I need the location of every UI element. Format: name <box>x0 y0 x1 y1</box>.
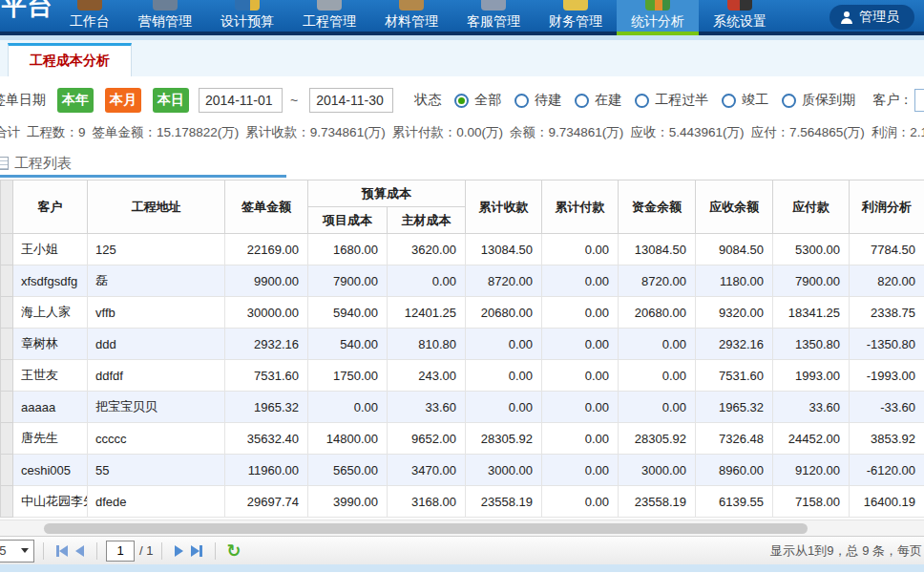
cell: 14800.00 <box>308 423 388 455</box>
quick-range-button-2[interactable]: 本月 <box>105 88 141 113</box>
status-option-label: 在建 <box>595 92 621 109</box>
scrollbar-thumb[interactable] <box>44 523 808 534</box>
cell: 0.00 <box>466 392 542 423</box>
summary-item-label: 累计收款 <box>245 125 310 139</box>
status-radio-option[interactable]: 在建 <box>575 92 621 109</box>
table-row[interactable]: ceshi0055511960.005650.003470.003000.000… <box>1 455 924 486</box>
list-icon <box>0 157 9 170</box>
nav-item-marketing[interactable]: 营销管理 <box>124 0 206 35</box>
table-row[interactable]: aaaaa把宝宝贝贝1965.320.0033.600.000.000.0019… <box>1 392 924 423</box>
page-size-select[interactable]: 15 <box>0 540 34 562</box>
first-page-button[interactable] <box>56 545 68 557</box>
cell: aaaaa <box>13 392 88 423</box>
nav-item-design-budget[interactable]: 设计预算 <box>206 0 288 35</box>
nav-item-customer-service[interactable]: 客服管理 <box>452 0 535 35</box>
last-page-button[interactable] <box>191 545 202 557</box>
cell: 28305.92 <box>466 423 542 455</box>
nav-item-label: 工程管理 <box>303 13 356 31</box>
column-header: 应收余额 <box>696 180 773 234</box>
cell: 3990.00 <box>308 486 388 518</box>
divider <box>96 542 97 560</box>
nav-item-project-management[interactable]: 工程管理 <box>288 0 370 35</box>
row-spacer <box>1 297 13 329</box>
section-underline <box>0 175 286 178</box>
cell: 9900.00 <box>225 265 308 297</box>
nav-item-materials[interactable]: 材料管理 <box>370 0 452 35</box>
table-row[interactable]: 王世友ddfdf7531.601750.00243.000.000.000.00… <box>1 360 924 392</box>
top-nav: 平台 工作台营销管理设计预算工程管理材料管理客服管理财务管理统计分析系统设置 管… <box>0 0 924 35</box>
horizontal-scrollbar[interactable] <box>0 520 924 536</box>
divider <box>215 542 216 560</box>
pagination-bar: 15 / 1 ↻ 显示从1到9，总 9 条，每页 <box>0 536 924 564</box>
column-header: 资金余额 <box>619 180 696 234</box>
table-row[interactable]: 中山花园李先dfede29697.743990.003168.0023558.1… <box>1 486 924 518</box>
cell: 5300.00 <box>773 234 850 265</box>
status-radio-option[interactable]: 工程过半 <box>635 92 708 109</box>
pagination-info: 显示从1到9，总 9 条，每页 <box>770 542 922 560</box>
logo-text: 平台 <box>2 0 53 23</box>
cell: dfede <box>88 486 225 518</box>
summary-item-label: 应付 <box>751 125 790 139</box>
quick-range-button-1[interactable]: 本年 <box>57 88 94 113</box>
date-from-input[interactable] <box>199 88 283 113</box>
table-row[interactable]: 章树林ddd2932.16540.00810.800.000.000.00293… <box>1 329 924 360</box>
summary-item-value: 5.443961(万) <box>669 125 745 139</box>
table-row[interactable]: 王小姐12522169.001680.003620.0013084.500.00… <box>1 234 924 265</box>
last-page-icon <box>200 545 202 557</box>
cell: 11960.00 <box>225 455 308 486</box>
nav-item-finance[interactable]: 财务管理 <box>535 0 617 35</box>
row-spacer <box>1 234 13 265</box>
cell: 29697.74 <box>225 486 308 518</box>
prev-page-button[interactable] <box>75 545 84 557</box>
summary-bar: 合计工程数9签单金额15.178822(万)累计收款9.734861(万)累计付… <box>0 124 924 141</box>
page-number-input[interactable] <box>106 541 135 562</box>
tab-project-list[interactable]: 工程列表 <box>0 150 924 177</box>
nav-item-statistics[interactable]: 统计分析 <box>617 0 699 35</box>
date-filter-label: 签单日期 <box>0 92 46 109</box>
tab-project-cost-analysis[interactable]: 工程成本分析 <box>8 43 132 76</box>
next-page-button[interactable] <box>175 545 183 557</box>
cell: 0.00 <box>388 265 466 297</box>
table-row[interactable]: xfsdfgsdfg磊9900.007900.000.008720.000.00… <box>1 265 924 297</box>
refresh-icon[interactable]: ↻ <box>226 542 241 560</box>
cell: 18341.25 <box>773 297 850 329</box>
customer-filter-label: 客户： <box>872 92 913 109</box>
status-radio-option[interactable]: 质保到期 <box>782 92 855 109</box>
customer-input[interactable] <box>914 89 924 112</box>
section-title: 工程列表 <box>14 155 72 173</box>
cell: 8720.00 <box>466 265 542 297</box>
cell: ceshi005 <box>13 455 88 486</box>
table-row[interactable]: 海上人家vffb30000.005940.0012401.2520680.000… <box>1 297 924 329</box>
cell: 把宝宝贝贝 <box>88 392 225 423</box>
status-radio-option[interactable]: 竣工 <box>722 92 768 109</box>
status-option-label: 全部 <box>474 92 501 109</box>
cell: vffb <box>88 297 225 329</box>
column-header: 工程地址 <box>88 180 225 234</box>
cell: 22169.00 <box>225 234 308 265</box>
nav-item-label: 设计预算 <box>220 13 274 31</box>
customer-service-icon <box>481 0 506 11</box>
cell: 24452.00 <box>773 423 850 455</box>
nav-item-label: 工作台 <box>70 13 110 31</box>
first-page-icon <box>59 545 68 557</box>
status-option-label: 竣工 <box>742 92 768 109</box>
cell: 810.80 <box>388 329 466 360</box>
nav-item-workbench[interactable]: 工作台 <box>55 0 124 35</box>
cell: 13084.50 <box>619 234 696 265</box>
user-menu-button[interactable]: 管理员 <box>830 5 914 30</box>
date-to-input[interactable] <box>309 88 393 113</box>
cell: 3853.92 <box>850 423 924 455</box>
quick-range-button-3[interactable]: 本日 <box>153 88 189 113</box>
table-row[interactable]: 唐先生ccccc35632.4014800.009652.0028305.920… <box>1 423 924 455</box>
row-spacer <box>1 329 13 360</box>
cell: 1993.00 <box>773 360 850 392</box>
status-radio-option[interactable]: 全部 <box>454 92 501 109</box>
row-spacer <box>1 486 13 518</box>
status-radio-option[interactable]: 待建 <box>514 92 561 109</box>
cell: 20680.00 <box>619 297 696 329</box>
summary-item-value: 9.734861(万) <box>548 125 623 139</box>
nav-item-settings[interactable]: 系统设置 <box>699 0 781 35</box>
cell: 7900.00 <box>773 265 850 297</box>
cell: 2932.16 <box>696 329 773 360</box>
summary-item-value: 7.564865(万) <box>789 125 865 139</box>
